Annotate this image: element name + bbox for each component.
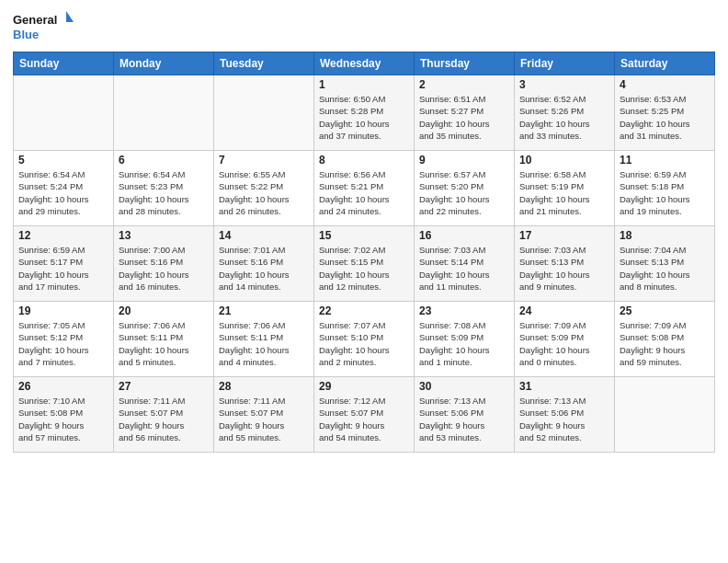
day-number: 23: [419, 304, 509, 317]
day-info: Sunrise: 6:53 AM Sunset: 5:25 PM Dayligh…: [620, 93, 710, 142]
day-number: 18: [620, 229, 710, 242]
calendar-cell: 8Sunrise: 6:56 AM Sunset: 5:21 PM Daylig…: [314, 151, 415, 226]
day-info: Sunrise: 7:11 AM Sunset: 5:07 PM Dayligh…: [219, 395, 309, 443]
day-number: 13: [119, 229, 209, 242]
calendar-cell: [14, 75, 114, 151]
day-header-thursday: Thursday: [415, 52, 515, 75]
day-number: 19: [18, 304, 108, 317]
svg-text:Blue: Blue: [13, 28, 39, 41]
day-info: Sunrise: 7:11 AM Sunset: 5:07 PM Dayligh…: [119, 395, 209, 443]
day-number: 26: [18, 380, 108, 393]
day-info: Sunrise: 6:59 AM Sunset: 5:18 PM Dayligh…: [620, 168, 710, 217]
calendar-cell: 13Sunrise: 7:00 AM Sunset: 5:16 PM Dayli…: [114, 226, 214, 302]
calendar-cell: 1Sunrise: 6:50 AM Sunset: 5:28 PM Daylig…: [314, 75, 415, 151]
day-number: 11: [620, 154, 710, 167]
week-row-4: 19Sunrise: 7:05 AM Sunset: 5:12 PM Dayli…: [14, 302, 715, 377]
day-header-sunday: Sunday: [14, 52, 114, 75]
day-number: 21: [219, 304, 309, 317]
day-number: 14: [219, 229, 309, 242]
week-row-1: 1Sunrise: 6:50 AM Sunset: 5:28 PM Daylig…: [14, 75, 715, 151]
day-info: Sunrise: 7:13 AM Sunset: 5:06 PM Dayligh…: [519, 395, 609, 443]
day-number: 29: [319, 380, 409, 393]
calendar-cell: 28Sunrise: 7:11 AM Sunset: 5:07 PM Dayli…: [214, 377, 314, 453]
week-row-5: 26Sunrise: 7:10 AM Sunset: 5:08 PM Dayli…: [14, 377, 715, 453]
day-info: Sunrise: 7:07 AM Sunset: 5:10 PM Dayligh…: [319, 319, 409, 368]
calendar-cell: 23Sunrise: 7:08 AM Sunset: 5:09 PM Dayli…: [415, 302, 515, 377]
day-header-wednesday: Wednesday: [314, 52, 415, 75]
day-info: Sunrise: 6:56 AM Sunset: 5:21 PM Dayligh…: [319, 168, 409, 217]
day-number: 22: [319, 304, 409, 317]
calendar-cell: [214, 75, 314, 151]
calendar-cell: 6Sunrise: 6:54 AM Sunset: 5:23 PM Daylig…: [114, 151, 214, 226]
calendar-cell: 10Sunrise: 6:58 AM Sunset: 5:19 PM Dayli…: [515, 151, 615, 226]
day-info: Sunrise: 7:06 AM Sunset: 5:11 PM Dayligh…: [119, 319, 209, 368]
svg-marker-1: [66, 11, 74, 22]
day-number: 15: [319, 229, 409, 242]
day-info: Sunrise: 6:58 AM Sunset: 5:19 PM Dayligh…: [519, 168, 609, 217]
calendar-cell: 22Sunrise: 7:07 AM Sunset: 5:10 PM Dayli…: [314, 302, 415, 377]
header: General Blue: [13, 9, 715, 46]
day-info: Sunrise: 7:09 AM Sunset: 5:09 PM Dayligh…: [519, 319, 609, 368]
day-info: Sunrise: 6:52 AM Sunset: 5:26 PM Dayligh…: [519, 93, 609, 142]
calendar-cell: 2Sunrise: 6:51 AM Sunset: 5:27 PM Daylig…: [415, 75, 515, 151]
day-info: Sunrise: 7:10 AM Sunset: 5:08 PM Dayligh…: [18, 395, 108, 443]
calendar: SundayMondayTuesdayWednesdayThursdayFrid…: [13, 52, 715, 453]
calendar-cell: 7Sunrise: 6:55 AM Sunset: 5:22 PM Daylig…: [214, 151, 314, 226]
day-number: 8: [319, 154, 409, 167]
calendar-cell: 26Sunrise: 7:10 AM Sunset: 5:08 PM Dayli…: [14, 377, 114, 453]
day-number: 17: [519, 229, 609, 242]
day-info: Sunrise: 6:54 AM Sunset: 5:23 PM Dayligh…: [119, 168, 209, 217]
calendar-cell: 29Sunrise: 7:12 AM Sunset: 5:07 PM Dayli…: [314, 377, 415, 453]
day-number: 25: [620, 304, 710, 317]
calendar-cell: 12Sunrise: 6:59 AM Sunset: 5:17 PM Dayli…: [14, 226, 114, 302]
calendar-cell: [114, 75, 214, 151]
day-info: Sunrise: 7:01 AM Sunset: 5:16 PM Dayligh…: [219, 244, 309, 293]
week-row-3: 12Sunrise: 6:59 AM Sunset: 5:17 PM Dayli…: [14, 226, 715, 302]
logo: General Blue: [13, 9, 77, 46]
day-number: 5: [18, 154, 108, 167]
svg-text:General: General: [13, 13, 57, 27]
day-number: 16: [419, 229, 509, 242]
day-info: Sunrise: 7:03 AM Sunset: 5:14 PM Dayligh…: [419, 244, 509, 293]
day-number: 30: [419, 380, 509, 393]
day-info: Sunrise: 6:50 AM Sunset: 5:28 PM Dayligh…: [319, 93, 409, 142]
calendar-cell: 21Sunrise: 7:06 AM Sunset: 5:11 PM Dayli…: [214, 302, 314, 377]
day-info: Sunrise: 7:05 AM Sunset: 5:12 PM Dayligh…: [18, 319, 108, 368]
day-info: Sunrise: 7:00 AM Sunset: 5:16 PM Dayligh…: [119, 244, 209, 293]
calendar-cell: 18Sunrise: 7:04 AM Sunset: 5:13 PM Dayli…: [615, 226, 715, 302]
day-header-tuesday: Tuesday: [214, 52, 314, 75]
day-number: 4: [620, 78, 710, 91]
calendar-cell: 20Sunrise: 7:06 AM Sunset: 5:11 PM Dayli…: [114, 302, 214, 377]
day-number: 20: [119, 304, 209, 317]
day-info: Sunrise: 6:59 AM Sunset: 5:17 PM Dayligh…: [18, 244, 108, 293]
day-info: Sunrise: 7:08 AM Sunset: 5:09 PM Dayligh…: [419, 319, 509, 368]
calendar-cell: 30Sunrise: 7:13 AM Sunset: 5:06 PM Dayli…: [415, 377, 515, 453]
calendar-cell: 4Sunrise: 6:53 AM Sunset: 5:25 PM Daylig…: [615, 75, 715, 151]
calendar-cell: 25Sunrise: 7:09 AM Sunset: 5:08 PM Dayli…: [615, 302, 715, 377]
calendar-cell: 16Sunrise: 7:03 AM Sunset: 5:14 PM Dayli…: [415, 226, 515, 302]
logo-svg: General Blue: [13, 9, 77, 46]
calendar-cell: 11Sunrise: 6:59 AM Sunset: 5:18 PM Dayli…: [615, 151, 715, 226]
calendar-cell: [615, 377, 715, 453]
day-number: 3: [519, 78, 609, 91]
day-number: 2: [419, 78, 509, 91]
calendar-cell: 19Sunrise: 7:05 AM Sunset: 5:12 PM Dayli…: [14, 302, 114, 377]
day-number: 27: [119, 380, 209, 393]
calendar-cell: 14Sunrise: 7:01 AM Sunset: 5:16 PM Dayli…: [214, 226, 314, 302]
day-number: 1: [319, 78, 409, 91]
day-info: Sunrise: 7:02 AM Sunset: 5:15 PM Dayligh…: [319, 244, 409, 293]
day-info: Sunrise: 7:12 AM Sunset: 5:07 PM Dayligh…: [319, 395, 409, 443]
day-info: Sunrise: 6:57 AM Sunset: 5:20 PM Dayligh…: [419, 168, 509, 217]
day-header-monday: Monday: [114, 52, 214, 75]
calendar-cell: 5Sunrise: 6:54 AM Sunset: 5:24 PM Daylig…: [14, 151, 114, 226]
day-info: Sunrise: 6:54 AM Sunset: 5:24 PM Dayligh…: [18, 168, 108, 217]
day-number: 6: [119, 154, 209, 167]
day-number: 10: [519, 154, 609, 167]
week-row-2: 5Sunrise: 6:54 AM Sunset: 5:24 PM Daylig…: [14, 151, 715, 226]
day-number: 24: [519, 304, 609, 317]
day-info: Sunrise: 7:09 AM Sunset: 5:08 PM Dayligh…: [620, 319, 710, 368]
day-info: Sunrise: 7:06 AM Sunset: 5:11 PM Dayligh…: [219, 319, 309, 368]
day-number: 28: [219, 380, 309, 393]
day-info: Sunrise: 7:13 AM Sunset: 5:06 PM Dayligh…: [419, 395, 509, 443]
day-info: Sunrise: 7:04 AM Sunset: 5:13 PM Dayligh…: [620, 244, 710, 293]
